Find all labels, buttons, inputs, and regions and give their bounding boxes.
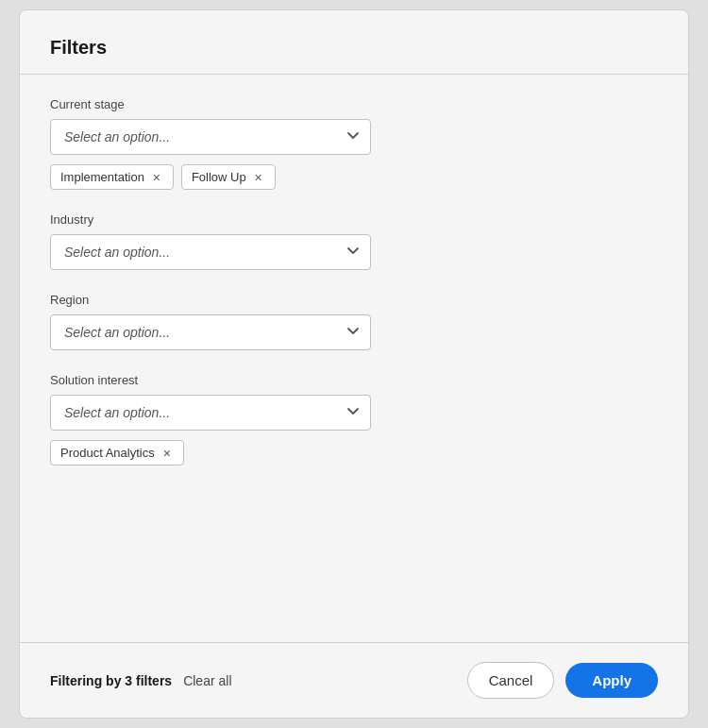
solution-interest-section: Solution interest Select an option... Pr… xyxy=(50,373,658,466)
region-label: Region xyxy=(50,293,658,307)
modal-header: Filters xyxy=(20,10,688,74)
footer-left: Filtering by 3 filters Clear all xyxy=(50,673,232,688)
tag-follow-up-remove[interactable]: × xyxy=(252,171,265,184)
modal-body: Current stage Select an option... Implem… xyxy=(20,75,688,642)
tag-product-analytics-remove[interactable]: × xyxy=(160,447,174,460)
solution-interest-select-wrapper: Select an option... xyxy=(50,395,371,431)
cancel-button[interactable]: Cancel xyxy=(467,662,555,699)
modal-title: Filters xyxy=(50,37,658,59)
solution-interest-tags: Product Analytics × xyxy=(50,440,658,466)
industry-select-wrapper: Select an option... xyxy=(50,234,371,270)
region-section: Region Select an option... xyxy=(50,293,658,350)
tag-product-analytics: Product Analytics × xyxy=(50,440,184,466)
tag-follow-up-label: Follow Up xyxy=(192,170,246,184)
modal-footer: Filtering by 3 filters Clear all Cancel … xyxy=(20,643,688,718)
filter-count-text: Filtering by 3 filters xyxy=(50,673,172,688)
region-select[interactable]: Select an option... xyxy=(50,314,371,350)
footer-actions: Cancel Apply xyxy=(467,662,658,699)
tag-implementation-label: Implementation xyxy=(60,170,144,184)
current-stage-select-wrapper: Select an option... xyxy=(50,119,371,155)
solution-interest-select[interactable]: Select an option... xyxy=(50,395,371,431)
solution-interest-label: Solution interest xyxy=(50,373,658,387)
current-stage-select[interactable]: Select an option... xyxy=(50,119,371,155)
clear-all-button[interactable]: Clear all xyxy=(183,673,231,688)
tag-implementation-remove[interactable]: × xyxy=(150,171,163,184)
tag-follow-up: Follow Up × xyxy=(181,164,276,190)
region-select-wrapper: Select an option... xyxy=(50,314,371,350)
industry-label: Industry xyxy=(50,212,658,227)
filters-modal: Filters Current stage Select an option..… xyxy=(19,9,689,719)
industry-section: Industry Select an option... xyxy=(50,212,658,270)
tag-implementation: Implementation × xyxy=(50,164,174,190)
tag-product-analytics-label: Product Analytics xyxy=(60,446,155,460)
current-stage-tags: Implementation × Follow Up × xyxy=(50,164,658,190)
industry-select[interactable]: Select an option... xyxy=(50,234,371,270)
current-stage-section: Current stage Select an option... Implem… xyxy=(50,97,658,190)
current-stage-label: Current stage xyxy=(50,97,658,111)
apply-button[interactable]: Apply xyxy=(565,663,658,698)
